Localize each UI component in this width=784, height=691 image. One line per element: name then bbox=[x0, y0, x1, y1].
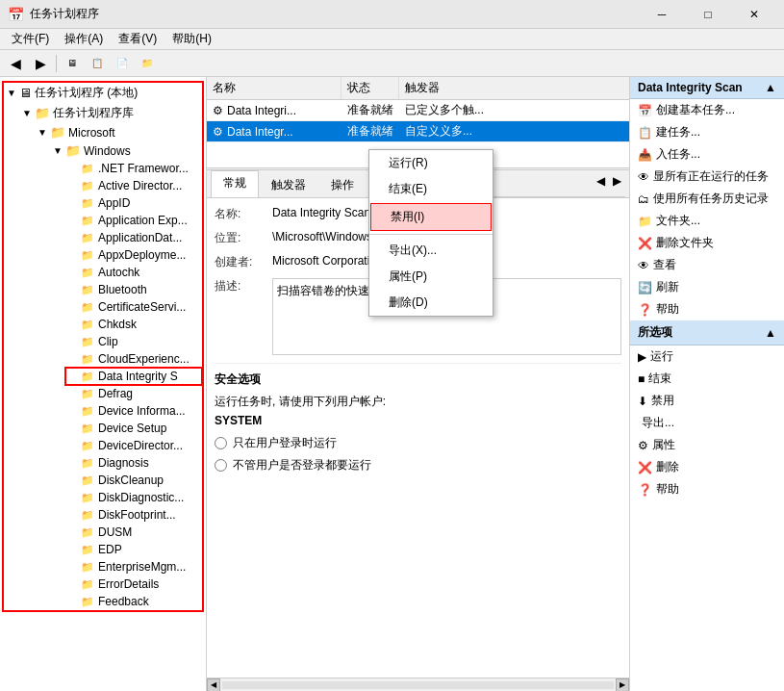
item-folder-icon-12: 📁 bbox=[81, 371, 94, 383]
right-section2-header: 所选项 ▲ bbox=[630, 320, 784, 346]
maximize-button[interactable]: □ bbox=[686, 0, 730, 29]
tree-item-17[interactable]: 📁 Diagnosis bbox=[65, 454, 202, 472]
right-action-1-3[interactable]: 👁显所有正在运行的任务 bbox=[630, 166, 784, 188]
menu-file[interactable]: 文件(F) bbox=[4, 29, 57, 49]
right-action-2-5[interactable]: ❌删除 bbox=[630, 456, 784, 478]
right-action-1-4[interactable]: 🗂使用所有任务历史记录 bbox=[630, 188, 784, 210]
tree-item-4[interactable]: 📁 ApplicationDat... bbox=[65, 229, 202, 246]
context-item-0[interactable]: 运行(R) bbox=[369, 150, 493, 176]
tree-item-6[interactable]: 📁 Autochk bbox=[65, 264, 202, 281]
tree-windows-node[interactable]: ▼ 📁 Windows bbox=[50, 141, 202, 160]
context-item-6[interactable]: 删除(D) bbox=[369, 290, 493, 316]
tree-microsoft-node[interactable]: ▼ 📁 Microsoft bbox=[35, 123, 202, 141]
right-action-1-9[interactable]: ❓帮助 bbox=[630, 298, 784, 320]
tree-library-node[interactable]: ▼ 📁 任务计划程序库 bbox=[19, 103, 202, 123]
tree-item-16[interactable]: 📁 DeviceDirector... bbox=[65, 437, 202, 454]
scroll-right-btn[interactable]: ▶ bbox=[616, 678, 629, 692]
task-button[interactable]: 📋 bbox=[86, 53, 109, 74]
tree-item-21[interactable]: 📁 DUSM bbox=[65, 524, 202, 541]
radio-always[interactable] bbox=[215, 459, 227, 472]
new-button[interactable]: 📄 bbox=[111, 53, 134, 74]
item-label-13: Defrag bbox=[98, 387, 133, 400]
item-folder-icon-21: 📁 bbox=[81, 526, 94, 539]
action-label-1-7: 查看 bbox=[653, 257, 676, 273]
tree-item-18[interactable]: 📁 DiskCleanup bbox=[65, 472, 202, 489]
radio-row-2: 不管用户是否登录都要运行 bbox=[215, 457, 621, 473]
right-action-1-2[interactable]: 📥入任务... bbox=[630, 143, 784, 166]
right-action-2-2[interactable]: ⬇禁用 bbox=[630, 390, 784, 412]
right-action-1-8[interactable]: 🔄刷新 bbox=[630, 276, 784, 298]
context-item-1[interactable]: 结束(E) bbox=[369, 176, 493, 202]
tree-item-22[interactable]: 📁 EDP bbox=[65, 541, 202, 558]
section1-arrow: ▲ bbox=[765, 81, 776, 94]
right-action-2-1[interactable]: ■结束 bbox=[630, 368, 784, 390]
right-action-1-5[interactable]: 📁文件夹... bbox=[630, 210, 784, 232]
context-item-4[interactable]: 导出(X)... bbox=[369, 238, 493, 264]
right-action-1-0[interactable]: 📅创建基本任务... bbox=[630, 99, 784, 121]
tab-scroll-left[interactable]: ◀ bbox=[593, 170, 609, 197]
tree-item-2[interactable]: 📁 AppID bbox=[65, 194, 202, 212]
tree-root-node[interactable]: ▼ 🖥 任务计划程序 (本地) bbox=[4, 83, 202, 103]
item-label-11: CloudExperienc... bbox=[98, 352, 190, 366]
scroll-left-btn[interactable]: ◀ bbox=[207, 678, 220, 692]
tree-item-12[interactable]: 📁 Data Integrity S bbox=[65, 368, 202, 385]
tree-item-20[interactable]: 📁 DiskFootprint... bbox=[65, 506, 202, 524]
right-action-1-6[interactable]: ❌删除文件夹 bbox=[630, 232, 784, 254]
tab-general[interactable]: 常规 bbox=[211, 170, 259, 197]
tree-item-0[interactable]: 📁 .NET Framewor... bbox=[65, 160, 202, 177]
forward-button[interactable]: ▶ bbox=[29, 53, 52, 74]
tree-item-3[interactable]: 📁 Application Exp... bbox=[65, 212, 202, 229]
item-folder-icon-5: 📁 bbox=[81, 249, 94, 262]
close-button[interactable]: ✕ bbox=[732, 0, 776, 29]
right-action-2-6[interactable]: ❓帮助 bbox=[630, 478, 784, 500]
minimize-button[interactable]: ─ bbox=[640, 0, 684, 29]
bottom-scrollbar[interactable]: ◀ ▶ bbox=[207, 678, 629, 691]
tab-scroll-right[interactable]: ▶ bbox=[609, 170, 625, 197]
right-action-2-3[interactable]: 导出... bbox=[630, 412, 784, 434]
ms-expand: ▼ bbox=[35, 127, 50, 138]
tree-item-11[interactable]: 📁 CloudExperienc... bbox=[65, 350, 202, 368]
location-label: 位置: bbox=[215, 230, 272, 246]
tree-item-13[interactable]: 📁 Defrag bbox=[65, 385, 202, 402]
item-folder-icon-22: 📁 bbox=[81, 544, 94, 556]
tree-item-5[interactable]: 📁 AppxDeployme... bbox=[65, 246, 202, 264]
run-account-value: SYSTEM bbox=[215, 414, 621, 427]
tree-item-19[interactable]: 📁 DiskDiagnostic... bbox=[65, 489, 202, 506]
menu-view[interactable]: 查看(V) bbox=[111, 29, 164, 49]
tree-item-24[interactable]: 📁 ErrorDetails bbox=[65, 576, 202, 593]
item-label-7: Bluetooth bbox=[98, 283, 147, 296]
task-row-2[interactable]: ⚙ Data Integr... 准备就绪 自定义义多... bbox=[207, 121, 629, 142]
folder-button[interactable]: 📁 bbox=[136, 53, 159, 74]
tab-actions[interactable]: 操作 bbox=[318, 172, 367, 197]
item-label-17: Diagnosis bbox=[98, 456, 149, 470]
context-item-5[interactable]: 属性(P) bbox=[369, 264, 493, 290]
col-header-trigger: 触发器 bbox=[399, 77, 495, 99]
right-action-2-4[interactable]: ⚙属性 bbox=[630, 434, 784, 456]
task-name-1: ⚙ Data Integri... bbox=[207, 102, 341, 119]
action-label-1-0: 创建基本任务... bbox=[656, 102, 735, 118]
menu-help[interactable]: 帮助(H) bbox=[164, 29, 219, 49]
tree-item-14[interactable]: 📁 Device Informa... bbox=[65, 402, 202, 420]
tree-item-7[interactable]: 📁 Bluetooth bbox=[65, 281, 202, 298]
tree-item-15[interactable]: 📁 Device Setup bbox=[65, 420, 202, 437]
tab-triggers[interactable]: 触发器 bbox=[259, 172, 318, 197]
item-label-19: DiskDiagnostic... bbox=[98, 491, 184, 504]
tree-item-9[interactable]: 📁 Chkdsk bbox=[65, 316, 202, 333]
radio-logged-in[interactable] bbox=[215, 437, 227, 449]
right-action-1-7[interactable]: 👁查看 bbox=[630, 254, 784, 276]
tree-item-1[interactable]: 📁 Active Director... bbox=[65, 177, 202, 194]
item-label-20: DiskFootprint... bbox=[98, 508, 176, 522]
tree-item-25[interactable]: 📁 Feedback bbox=[65, 593, 202, 610]
right-action-2-0[interactable]: ▶运行 bbox=[630, 346, 784, 368]
tree-root: ▼ 🖥 任务计划程序 (本地) ▼ 📁 任务计划程序库 ▼ 📁 Mic bbox=[0, 77, 206, 616]
ms-folder-icon: 📁 bbox=[50, 125, 65, 140]
tree-item-10[interactable]: 📁 Clip bbox=[65, 333, 202, 350]
menu-action[interactable]: 操作(A) bbox=[57, 29, 111, 49]
view-button[interactable]: 🖥 bbox=[61, 53, 84, 74]
context-item-2[interactable]: 禁用(I) bbox=[370, 203, 492, 231]
back-button[interactable]: ◀ bbox=[4, 53, 27, 74]
tree-item-8[interactable]: 📁 CertificateServi... bbox=[65, 298, 202, 316]
task-row-1[interactable]: ⚙ Data Integri... 准备就绪 已定义多个触... bbox=[207, 100, 629, 121]
right-action-1-1[interactable]: 📋建任务... bbox=[630, 121, 784, 143]
tree-item-23[interactable]: 📁 EnterpriseMgm... bbox=[65, 558, 202, 576]
